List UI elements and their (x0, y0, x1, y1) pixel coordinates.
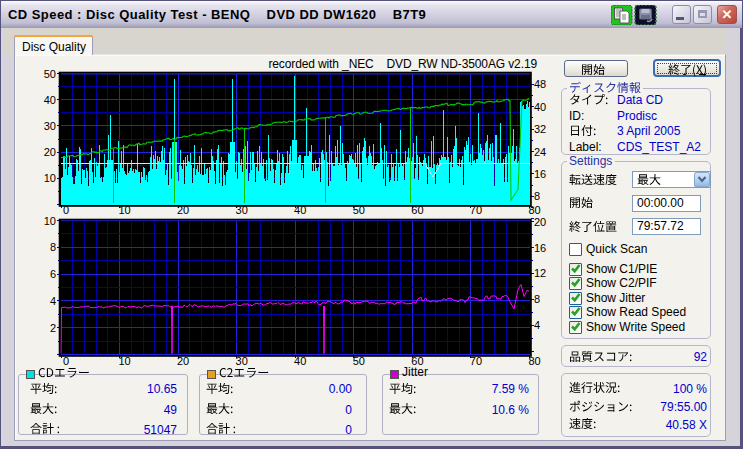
svg-text:48: 48 (534, 78, 546, 90)
svg-text:16: 16 (534, 168, 546, 180)
svg-text:24: 24 (534, 146, 546, 158)
svg-text:20: 20 (44, 146, 56, 158)
svg-text:40: 40 (534, 101, 546, 113)
svg-text:40: 40 (44, 94, 56, 106)
svg-text:4: 4 (50, 295, 56, 307)
svg-text:30: 30 (44, 120, 56, 132)
svg-text:8: 8 (534, 293, 540, 305)
svg-text:10: 10 (44, 172, 56, 184)
svg-text:10: 10 (44, 215, 56, 227)
svg-text:8: 8 (50, 241, 56, 253)
svg-text:32: 32 (534, 123, 546, 135)
svg-text:16: 16 (534, 242, 546, 254)
svg-text:8: 8 (534, 190, 540, 202)
svg-text:20: 20 (534, 216, 546, 228)
svg-text:50: 50 (44, 68, 56, 80)
svg-text:4: 4 (534, 319, 540, 331)
svg-text:12: 12 (534, 267, 546, 279)
svg-text:6: 6 (50, 268, 56, 280)
svg-text:2: 2 (50, 322, 56, 334)
